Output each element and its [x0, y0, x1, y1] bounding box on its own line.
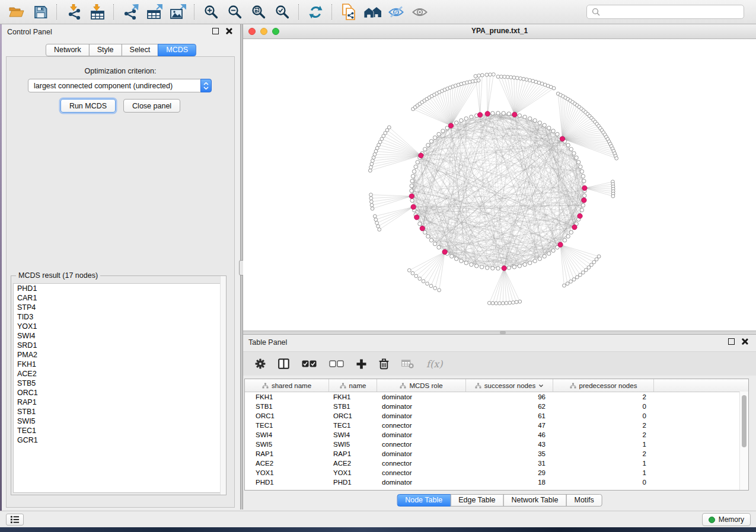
- column-type-icon: [400, 383, 406, 389]
- cell-name: TEC1: [329, 422, 377, 429]
- mcds-list-scrollbar[interactable]: [220, 276, 226, 495]
- mcds-result-item[interactable]: PMA2: [14, 350, 224, 360]
- mcds-result-item[interactable]: STB5: [14, 379, 224, 388]
- tab-network-table[interactable]: Network Table: [503, 494, 567, 507]
- mcds-result-item[interactable]: ORC1: [14, 388, 224, 398]
- export-table-button[interactable]: [143, 2, 165, 21]
- zoom-selected-button[interactable]: [272, 2, 293, 21]
- refresh-view-button[interactable]: [305, 2, 326, 21]
- column-header-name[interactable]: name: [329, 379, 377, 392]
- mcds-result-item[interactable]: RAP1: [14, 398, 224, 407]
- column-header-successor-nodes[interactable]: successor nodes: [466, 379, 553, 392]
- mcds-result-item[interactable]: TID3: [14, 312, 224, 322]
- refresh-icon: [308, 5, 323, 20]
- tab-motifs[interactable]: Motifs: [566, 494, 602, 507]
- mcds-result-item[interactable]: PHD1: [14, 284, 224, 293]
- table-panel-tabs: Node TableEdge TableNetwork TableMotifs: [397, 494, 602, 507]
- export-image-button[interactable]: [167, 2, 189, 21]
- tab-select[interactable]: Select: [122, 44, 159, 56]
- select-all-button[interactable]: [302, 360, 317, 367]
- mcds-result-item[interactable]: STB1: [14, 407, 224, 416]
- application-window: Control Panel NetworkStyleSelectMCDS Opt…: [0, 0, 756, 532]
- delete-row-button[interactable]: [379, 358, 389, 370]
- table-row-yox1[interactable]: YOX1YOX1connector291: [245, 468, 748, 477]
- tab-style[interactable]: Style: [89, 44, 122, 56]
- export-network-button[interactable]: [120, 2, 141, 21]
- horizontal-splitter-grip[interactable]: [500, 331, 506, 334]
- delete-table-button[interactable]: [401, 360, 414, 368]
- horizontal-splitter[interactable]: [243, 331, 756, 335]
- first-neighbors-button[interactable]: [362, 2, 383, 21]
- float-table-panel-icon[interactable]: [728, 338, 735, 345]
- zoom-fit-button[interactable]: [248, 2, 269, 21]
- column-header-shared-name[interactable]: shared name: [245, 379, 329, 392]
- dropdown-stepper-icon: [200, 79, 212, 92]
- show-all-button[interactable]: [409, 2, 430, 21]
- apply-function-button[interactable]: f(x): [426, 358, 442, 370]
- table-row-swi5[interactable]: SWI5SWI5connector431: [245, 440, 748, 449]
- mcds-result-item[interactable]: SRD1: [14, 341, 224, 350]
- table-row-stb1[interactable]: STB1STB1dominator620: [245, 402, 748, 411]
- column-layout-button[interactable]: [278, 358, 289, 369]
- add-row-button[interactable]: [356, 359, 366, 369]
- table-row-phd1[interactable]: PHD1PHD1dominator180: [245, 477, 748, 487]
- duplicate-network-button[interactable]: [338, 2, 359, 21]
- table-row-rap1[interactable]: RAP1RAP1dominator352: [245, 449, 748, 459]
- cell-predecessor-nodes: 1: [553, 469, 654, 476]
- table-panel-titlebar: Table Panel: [243, 335, 756, 350]
- table-row-orc1[interactable]: ORC1ORC1dominator610: [245, 411, 748, 421]
- table-settings-button[interactable]: [255, 358, 266, 369]
- zoom-out-button[interactable]: [224, 2, 245, 21]
- table-row-tec1[interactable]: TEC1TEC1connector472: [245, 421, 748, 430]
- memory-button[interactable]: Memory: [702, 513, 751, 526]
- mcds-result-item[interactable]: ACE2: [14, 369, 224, 379]
- column-label: name: [349, 382, 366, 389]
- columns-icon: [278, 358, 289, 369]
- float-panel-icon[interactable]: [212, 28, 219, 34]
- mcds-result-title: MCDS result (17 nodes): [16, 271, 100, 280]
- mcds-result-item[interactable]: STP4: [14, 303, 224, 312]
- run-mcds-button[interactable]: Run MCDS: [60, 99, 116, 113]
- search-input[interactable]: [604, 6, 744, 18]
- mcds-result-item[interactable]: SWI4: [14, 331, 224, 341]
- mcds-result-item[interactable]: GCR1: [14, 435, 224, 445]
- table-scrollbar[interactable]: [739, 392, 748, 490]
- save-session-button[interactable]: [30, 2, 51, 21]
- column-header-predecessor-nodes[interactable]: predecessor nodes: [553, 379, 654, 392]
- table-row-swi4[interactable]: SWI4SWI4dominator462: [245, 430, 748, 440]
- tab-mcds[interactable]: MCDS: [158, 44, 196, 56]
- control-panel: Control Panel NetworkStyleSelectMCDS Opt…: [2, 24, 240, 509]
- mcds-result-item[interactable]: TEC1: [14, 426, 224, 435]
- table-row-fkh1[interactable]: FKH1FKH1dominator962: [245, 392, 748, 402]
- mcds-result-item[interactable]: YOX1: [14, 322, 224, 331]
- open-session-button[interactable]: [6, 2, 27, 21]
- column-header-filler: [654, 379, 748, 392]
- deselect-all-button[interactable]: [329, 360, 344, 367]
- mcds-result-item[interactable]: FKH1: [14, 360, 224, 369]
- column-header-mcds-role[interactable]: MCDS role: [377, 379, 466, 392]
- import-network-button[interactable]: [63, 2, 84, 21]
- table-row-ace2[interactable]: ACE2ACE2connector311: [245, 459, 748, 468]
- network-graph[interactable]: [243, 39, 756, 331]
- network-canvas[interactable]: [243, 39, 756, 331]
- tab-edge-table[interactable]: Edge Table: [450, 494, 503, 507]
- cell-shared-name: TEC1: [245, 422, 329, 429]
- cell-successor-nodes: 31: [466, 460, 553, 467]
- zoom-in-button[interactable]: [200, 2, 222, 21]
- criterion-dropdown[interactable]: largest connected component (undirected): [28, 79, 212, 92]
- mcds-result-item[interactable]: CAR1: [14, 293, 224, 303]
- task-history-button[interactable]: [6, 514, 24, 525]
- import-table-button[interactable]: [87, 2, 108, 21]
- hide-selected-button[interactable]: [385, 2, 407, 21]
- tab-node-table[interactable]: Node Table: [397, 494, 451, 507]
- zoom-selected-icon: [275, 4, 290, 20]
- tab-network[interactable]: Network: [46, 44, 90, 56]
- optimization-criterion-label: Optimization criterion:: [7, 67, 234, 75]
- table-scrollbar-thumb[interactable]: [742, 395, 747, 447]
- export-network-icon: [123, 4, 139, 20]
- close-panel-icon[interactable]: [225, 28, 232, 34]
- close-table-panel-icon[interactable]: [741, 338, 748, 345]
- close-panel-button[interactable]: Close panel: [123, 99, 180, 113]
- table-panel-title: Table Panel: [248, 338, 287, 347]
- mcds-result-item[interactable]: SWI5: [14, 416, 224, 426]
